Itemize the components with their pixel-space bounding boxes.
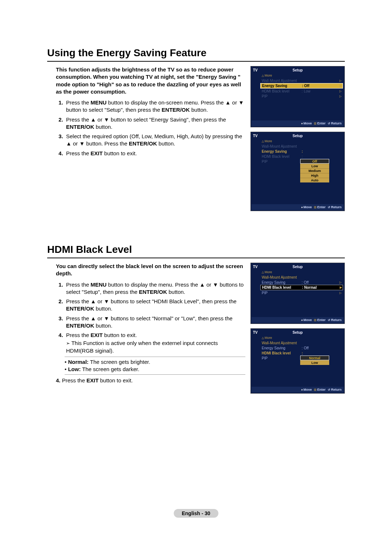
step-1: Press the MENU button to display the on-…: [65, 99, 245, 114]
menu-column-energy: TVSetup More Wall-Mount Ajustment▷ Energ…: [250, 66, 345, 211]
row-pip: PIP▷: [262, 94, 342, 99]
section-hdmi-black-level: HDMI Black Level You can directly select…: [47, 244, 345, 394]
opt-auto[interactable]: Auto: [300, 178, 329, 182]
hdmi-options-popup[interactable]: Normal Low: [300, 356, 329, 365]
heading-hdmi: HDMI Black Level: [47, 244, 345, 258]
energy-options-popup[interactable]: Off Low Medium High Auto: [300, 159, 329, 182]
step-2: Press the ▲ or ▼ button to select "Energ…: [65, 116, 245, 131]
tv-menu-energy-2: TVSetup More Wall-Mount Ajustment Energy…: [250, 132, 345, 211]
step-3: Select the required option (Off, Low, Me…: [65, 133, 245, 148]
menu-column-hdmi: TVSetup More Wall-Mount Ajustment Energy…: [250, 263, 345, 394]
opt-medium[interactable]: Medium: [300, 168, 329, 173]
opt-high[interactable]: High: [300, 173, 329, 178]
opt-off[interactable]: Off: [300, 159, 329, 164]
tv-menu-hdmi-2: TVSetup More Wall-Mount Ajustment Energy…: [250, 328, 345, 394]
tv-menu-energy-1: TVSetup More Wall-Mount Ajustment▷ Energ…: [250, 66, 345, 127]
bullet-normal: Normal: The screen gets brighter.: [65, 358, 245, 366]
tv-menu-hdmi-1: TVSetup More Wall-Mount Ajustment Energy…: [250, 263, 345, 324]
opt-normal[interactable]: Normal: [300, 356, 329, 360]
section-energy-saving: Using the Energy Saving Feature This fun…: [47, 47, 345, 211]
step-4-repeat: 4. Press the EXIT button to exit.: [47, 377, 245, 384]
intro-energy: This function adjusts the brightness of …: [47, 66, 245, 95]
row-hdmi-selected[interactable]: HDMI Black level:Normal▶: [260, 285, 343, 290]
page-footer: English - 30: [174, 509, 219, 518]
intro-hdmi: You can directly select the black level …: [47, 263, 245, 278]
row-wall-mount: Wall-Mount Ajustment▷: [262, 78, 342, 83]
note-hdmi: This Function is active only when the ex…: [66, 340, 245, 354]
step-2: Press the ▲ or ▼ buttons to select "HDMI…: [65, 298, 245, 313]
bullet-low: Low: The screen gets darker.: [65, 366, 245, 373]
steps-hdmi: Press the MENU button to display the men…: [47, 281, 245, 354]
bullets-hdmi: Normal: The screen gets brighter. Low: T…: [47, 358, 245, 373]
row-hdmi: HDMI Black level:Low▷: [262, 89, 342, 94]
steps-energy: Press the MENU button to display the on-…: [47, 99, 245, 157]
opt-low[interactable]: Low: [300, 360, 329, 365]
row-energy-saving[interactable]: Energy Saving:Off▶: [260, 83, 343, 89]
step-3: Press the ▲ or ▼ buttons to select "Norm…: [65, 315, 245, 330]
more-label: More: [262, 74, 342, 77]
step-4: Press the EXIT button to exit.: [65, 150, 245, 157]
step-4: Press the EXIT button to exit. This Func…: [65, 332, 245, 354]
heading-energy: Using the Energy Saving Feature: [47, 47, 345, 62]
step-1: Press the MENU button to display the men…: [65, 281, 245, 296]
opt-low[interactable]: Low: [300, 164, 329, 168]
menu-footer: MoveEnterReturn: [252, 120, 344, 126]
